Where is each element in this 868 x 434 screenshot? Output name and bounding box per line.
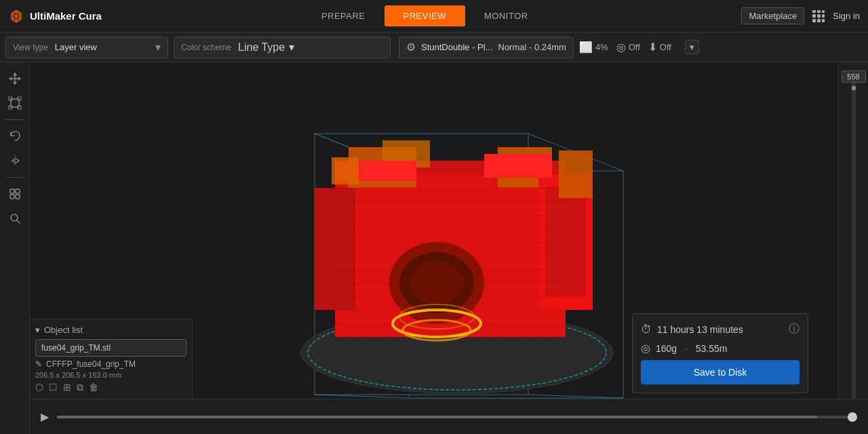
main-area: ▾ Object list fuse04_grip_TM.stl ✎ CFFFP… xyxy=(0,62,868,434)
view-type-value: Layer view xyxy=(55,42,151,52)
sign-in-button[interactable]: Sign in xyxy=(833,11,860,21)
print-length-separator: · xyxy=(685,343,688,353)
viewport[interactable]: ▾ Object list fuse04_grip_TM.stl ✎ CFFFP… xyxy=(30,62,838,434)
object-icons: ⬡ ☐ ⊞ ⧉ 🗑 xyxy=(35,382,186,393)
search-icon xyxy=(8,212,22,225)
arrange-icon xyxy=(8,187,22,201)
svg-rect-6 xyxy=(10,189,14,193)
support-value: Off xyxy=(660,42,671,52)
object-split-icon[interactable]: ⊞ xyxy=(63,382,71,393)
color-scheme-chevron: ▾ xyxy=(289,41,294,54)
info-icon[interactable]: ⓘ xyxy=(789,322,800,336)
info-controls: ⬜ 4% ◎ Off ⬇ Off ▾ xyxy=(579,40,699,54)
marketplace-button[interactable]: Marketplace xyxy=(741,7,804,24)
3d-model xyxy=(294,120,627,398)
quality-icon: ⬜ xyxy=(579,41,593,54)
view-type-select[interactable]: View type Layer view ▾ xyxy=(5,37,168,58)
right-panel xyxy=(838,62,868,434)
weight-icon: ◎ xyxy=(641,342,650,355)
quality-control: ⬜ 4% xyxy=(579,41,608,54)
print-time-stat: ⏱ 11 hours 13 minutes ⓘ xyxy=(641,322,800,336)
quality-value: 4% xyxy=(595,42,608,52)
arrange-button[interactable] xyxy=(4,183,26,205)
print-info-panel: ⏱ 11 hours 13 minutes ⓘ ◎ 160g · 53.55m … xyxy=(632,313,808,393)
toolbar: View type Layer view ▾ Color scheme Line… xyxy=(0,33,868,62)
object-trash-icon[interactable]: 🗑 xyxy=(89,382,98,393)
view-type-chevron: ▾ xyxy=(155,41,161,54)
svg-rect-8 xyxy=(10,195,14,199)
object-model-name: CFFFP_fuse04_grip_TM xyxy=(46,359,136,369)
mirror-button[interactable] xyxy=(4,150,26,172)
app-logo: UltiMaker Cura xyxy=(8,8,102,24)
bottom-bar: ▶ xyxy=(30,399,868,434)
undo-icon xyxy=(8,130,22,143)
timeline-thumb[interactable] xyxy=(848,412,857,422)
svg-rect-52 xyxy=(559,151,593,198)
color-scheme-value: Line Type xyxy=(238,41,285,54)
print-weight-stat: ◎ 160g · 53.55m xyxy=(641,342,800,355)
object-name-row: ✎ CFFFP_fuse04_grip_TM xyxy=(35,359,186,369)
save-to-disk-button[interactable]: Save to Disk xyxy=(641,360,800,384)
left-sidebar xyxy=(0,62,30,434)
sidebar-separator-2 xyxy=(5,177,24,178)
object-clone-icon[interactable]: ⧉ xyxy=(77,382,83,393)
expand-button[interactable]: ▾ xyxy=(685,40,699,54)
header-right: Marketplace Sign in xyxy=(741,7,860,24)
clock-icon: ⏱ xyxy=(641,323,652,336)
svg-rect-39 xyxy=(484,154,552,178)
nav-tabs: PREPARE PREVIEW MONITOR xyxy=(302,5,547,26)
object-box-icon[interactable]: ☐ xyxy=(49,382,58,393)
print-time-value: 11 hours 13 minutes xyxy=(657,324,743,335)
undo-button[interactable] xyxy=(4,125,26,147)
scale-icon xyxy=(8,96,22,110)
scale-tool-button[interactable] xyxy=(4,92,26,114)
fan-icon: ◎ xyxy=(616,41,626,54)
print-length-value: 53.55m xyxy=(696,343,728,354)
tab-preview[interactable]: PREVIEW xyxy=(384,5,465,26)
object-filename: fuse04_grip_TM.stl xyxy=(41,343,111,353)
object-list-title: Object list xyxy=(44,325,83,335)
move-tool-button[interactable] xyxy=(4,68,26,90)
fan-value: Off xyxy=(629,42,640,52)
printer-name: StuntDouble - Pl... xyxy=(421,42,493,52)
print-weight-value: 160g xyxy=(656,343,677,354)
logo-text: UltiMaker Cura xyxy=(30,10,102,22)
view-type-label: View type xyxy=(13,43,48,52)
header: UltiMaker Cura PREPARE PREVIEW MONITOR M… xyxy=(0,0,868,33)
sidebar-separator-1 xyxy=(5,119,24,120)
printer-profile: Normal - 0.24mm xyxy=(498,42,566,52)
support-control: ⬇ Off xyxy=(648,41,671,54)
move-icon xyxy=(8,72,22,85)
object-item: fuse04_grip_TM.stl xyxy=(35,339,186,357)
object-list-panel: ▾ Object list fuse04_grip_TM.stl ✎ CFFFP… xyxy=(30,319,193,399)
logo-icon xyxy=(8,8,24,24)
color-scheme-label: Color scheme xyxy=(181,43,231,52)
fan-control: ◎ Off xyxy=(616,41,640,54)
tab-monitor[interactable]: MONITOR xyxy=(465,5,547,26)
timeline-filled xyxy=(57,416,817,418)
layer-slider-top[interactable] xyxy=(852,86,856,90)
object-dimensions: 206.5 x 206.5 x 163.0 mm xyxy=(35,371,186,379)
color-scheme-select[interactable]: Color scheme Line Type ▾ xyxy=(174,37,391,58)
play-button[interactable]: ▶ xyxy=(41,410,49,423)
collapse-icon: ▾ xyxy=(35,325,40,335)
tab-prepare[interactable]: PREPARE xyxy=(302,5,384,26)
svg-rect-9 xyxy=(16,195,20,199)
printer-info[interactable]: ⚙ StuntDouble - Pl... Normal - 0.24mm xyxy=(399,37,574,58)
svg-rect-53 xyxy=(332,157,359,184)
layer-slider-track[interactable] xyxy=(852,83,856,420)
layer-value-input[interactable] xyxy=(842,71,866,83)
settings-icon: ⚙ xyxy=(406,41,416,54)
svg-rect-7 xyxy=(16,189,20,193)
support-icon: ⬇ xyxy=(648,41,657,54)
timeline-track[interactable] xyxy=(57,416,857,418)
object-3d-icon[interactable]: ⬡ xyxy=(35,382,43,393)
search-button[interactable] xyxy=(4,208,26,229)
apps-grid-icon[interactable] xyxy=(812,10,825,22)
object-list-header[interactable]: ▾ Object list xyxy=(35,325,186,335)
mirror-icon xyxy=(8,154,22,167)
svg-rect-37 xyxy=(315,188,355,310)
edit-icon: ✎ xyxy=(35,359,42,369)
